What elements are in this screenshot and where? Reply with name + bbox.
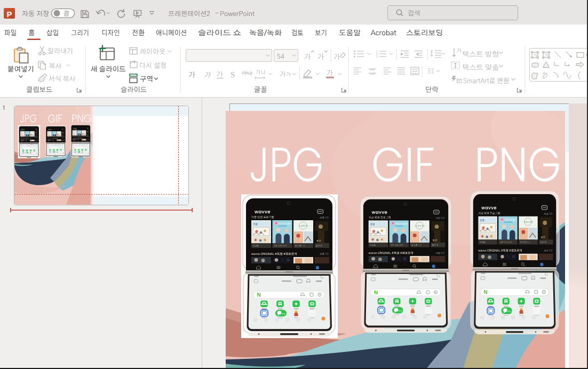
svg-text:3: 3 <box>376 55 378 58</box>
svg-text:S: S <box>231 70 235 79</box>
svg-text:P: P <box>6 10 12 19</box>
